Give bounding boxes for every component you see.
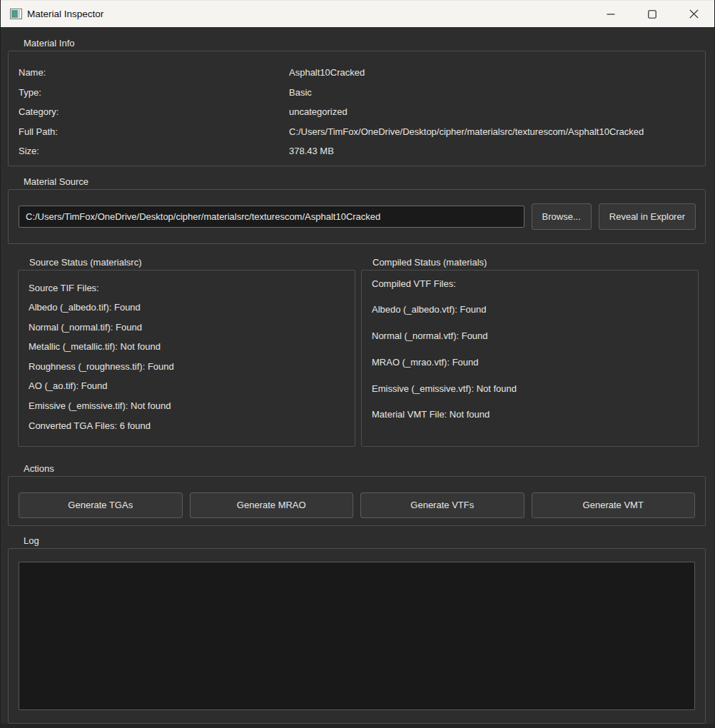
maximize-button[interactable]	[632, 1, 673, 28]
status-line: Emissive (_emissive.tif): Not found	[29, 399, 346, 419]
info-row-size: Size: 378.43 MB	[19, 145, 695, 165]
status-line: Converted TGA Files: 6 found	[29, 419, 346, 439]
info-value: Asphalt10Cracked	[289, 66, 695, 79]
info-label: Full Path:	[19, 126, 289, 138]
actions-group: Generate TGAs Generate MRAO Generate VTF…	[8, 476, 706, 526]
compiled-status-title: Compiled Status (materials)	[372, 256, 699, 268]
actions-title: Actions	[24, 462, 714, 475]
material-inspector-window: Material Inspector Material Info Name: A…	[0, 0, 715, 728]
generate-tgas-button[interactable]: Generate TGAs	[19, 492, 183, 518]
material-info-title: Material Info	[24, 37, 714, 49]
log-title: Log	[24, 535, 714, 547]
material-info-group: Name: Asphalt10Cracked Type: Basic Categ…	[8, 51, 706, 166]
close-button[interactable]	[673, 1, 714, 28]
material-source-title: Material Source	[24, 176, 714, 188]
generate-mrao-button[interactable]: Generate MRAO	[190, 492, 354, 518]
browse-button[interactable]: Browse...	[532, 203, 592, 230]
material-path-input[interactable]	[19, 206, 524, 228]
info-label: Name:	[19, 66, 289, 79]
source-status-column: Source Status (materialsrc) Source TIF F…	[18, 256, 355, 447]
info-label: Type:	[19, 86, 289, 99]
info-value: uncategorized	[289, 106, 695, 118]
reveal-in-explorer-button[interactable]: Reveal in Explorer	[599, 203, 696, 230]
log-group	[8, 548, 706, 724]
info-value: Basic	[289, 86, 695, 99]
info-row-type: Type: Basic	[19, 86, 695, 106]
info-value: 378.43 MB	[289, 145, 695, 158]
compiled-status-column: Compiled Status (materials) Compiled VTF…	[361, 256, 699, 447]
status-line: Metallic (_metallic.tif): Not found	[29, 340, 346, 360]
status-line: AO (_ao.tif): Found	[29, 379, 346, 399]
status-line: Normal (_normal.tif): Found	[29, 320, 346, 340]
status-line: Source TIF Files:	[29, 281, 346, 301]
status-line: Emissive (_emissive.vtf): Not found	[372, 382, 689, 408]
compiled-status-group: Compiled VTF Files: Albedo (_albedo.vtf)…	[361, 270, 699, 447]
generate-vtfs-button[interactable]: Generate VTFs	[360, 492, 524, 518]
source-status-group: Source TIF Files: Albedo (_albedo.tif): …	[18, 270, 355, 447]
status-line: Material VMT File: Not found	[372, 408, 689, 434]
window-title: Material Inspector	[27, 9, 103, 19]
generate-vmt-button[interactable]: Generate VMT	[532, 492, 696, 518]
status-line: MRAO (_mrao.vtf): Found	[372, 355, 689, 382]
info-label: Size:	[19, 145, 289, 158]
title-bar: Material Inspector	[1, 0, 714, 27]
status-line: Albedo (_albedo.vtf): Found	[372, 303, 689, 329]
info-row-category: Category: uncategorized	[19, 106, 695, 126]
info-label: Category:	[19, 106, 289, 118]
info-row-full-path: Full Path: C:/Users/TimFox/OneDrive/Desk…	[19, 126, 695, 146]
info-value: C:/Users/TimFox/OneDrive/Desktop/cipher/…	[289, 126, 695, 138]
source-status-title: Source Status (materialsrc)	[29, 256, 355, 268]
status-line: Compiled VTF Files:	[372, 277, 689, 303]
app-window-icon	[10, 9, 22, 19]
minimize-button[interactable]	[590, 1, 632, 28]
material-source-group: Browse... Reveal in Explorer	[8, 189, 706, 244]
status-line: Albedo (_albedo.tif): Found	[29, 300, 346, 320]
status-line: Normal (_normal.vtf): Found	[372, 329, 689, 355]
log-output[interactable]	[19, 562, 695, 711]
status-line: Roughness (_roughness.tif): Found	[29, 360, 346, 380]
status-row: Source Status (materialsrc) Source TIF F…	[18, 256, 697, 447]
info-row-name: Name: Asphalt10Cracked	[19, 66, 695, 86]
